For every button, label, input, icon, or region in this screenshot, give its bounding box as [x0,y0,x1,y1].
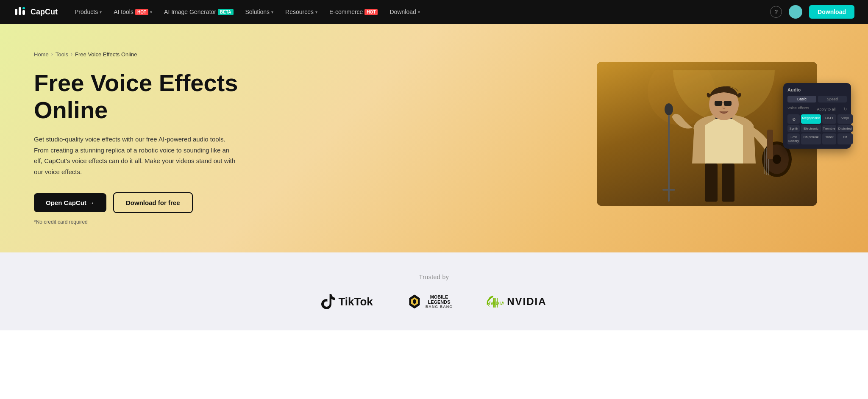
effect-elf[interactable]: Elf [837,133,853,144]
breadcrumb-home[interactable]: Home [34,51,49,58]
megaphone-label: Megaphone [802,116,820,120]
avatar[interactable] [789,5,802,19]
chipmunk-label: Chipmunk [802,135,820,139]
section-label: Voice effects [787,106,809,110]
effect-chipmunk[interactable]: Chipmunk [801,133,821,144]
navbar-right: ? Download [770,5,854,19]
svg-rect-0 [15,9,17,15]
svg-rect-1 [19,7,21,15]
trusted-logos: TikTok MOBILE LEGENDS BANG BANG [34,294,834,309]
svg-rect-14 [668,108,670,202]
electronic-label: Electronic [802,127,820,130]
refresh-icon[interactable]: ↻ [843,107,847,111]
chevron-icon: ▾ [418,10,420,14]
panel-tab-basic[interactable]: Basic [787,96,816,103]
distorted-label: Distorted [838,127,852,130]
logo[interactable]: CapCut [14,5,58,19]
hero-image-container: Audio Basic Speed Voice effects Apply to… [597,62,834,214]
effect-lofi[interactable]: Lo-Fi [822,114,836,124]
svg-rect-2 [22,10,25,15]
elf-label: Elf [838,135,852,139]
effect-synth[interactable]: Synth [787,125,800,132]
nav-item-ai-image[interactable]: AI Image Generator Beta [159,5,238,19]
navbar-download-button[interactable]: Download [809,5,854,19]
effect-vinyl[interactable]: Vinyl [837,114,853,124]
breadcrumb: Home › Tools › Free Voice Effects Online [34,51,254,58]
voice-effects-grid: ⊘ Megaphone Lo-Fi Vinyl Synth [787,114,847,144]
download-for-free-button[interactable]: Download for free [113,192,193,213]
effect-distorted[interactable]: Distorted [837,125,853,132]
nav-item-ai-tools[interactable]: AI tools Hot ▾ [108,5,157,19]
panel-tabs: Basic Speed [787,96,847,103]
trusted-section: Trusted by TikTok MOBILE LEGENDS BANG BA… [0,252,868,330]
svg-rect-16 [662,189,675,191]
chevron-icon: ▾ [315,10,317,14]
svg-rect-7 [722,163,734,202]
svg-point-15 [665,103,673,115]
tiktok-logo: TikTok [321,294,373,309]
apply-all-text: Apply to all [817,107,835,111]
logo-icon [14,5,27,19]
hot-badge: Hot [135,9,148,15]
svg-rect-3 [22,7,25,9]
breadcrumb-tools[interactable]: Tools [56,51,68,58]
nvidia-logo: NVIDIA NVIDIA [487,296,546,308]
apply-all-row: Voice effects Apply to all ↻ [787,106,847,112]
logo-text: CapCut [31,8,58,17]
open-capcut-button[interactable]: Open CapCut → [34,193,106,212]
hero-right: Audio Basic Speed Voice effects Apply to… [254,62,834,214]
beta-badge: Beta [218,9,233,15]
effect-robot[interactable]: Robot [822,133,836,144]
breadcrumb-sep-1: › [51,51,53,57]
hero-buttons: Open CapCut → Download for free [34,192,254,213]
chevron-icon: ▾ [271,10,273,14]
robot-label: Robot [823,135,835,139]
mobile-legends-logo: MOBILE LEGENDS BANG BANG [407,294,453,309]
svg-rect-12 [724,101,732,106]
svg-point-19 [773,155,781,164]
svg-rect-11 [715,101,722,106]
vinyl-label: Vinyl [838,116,852,120]
hero-left: Home › Tools › Free Voice Effects Online… [34,51,254,225]
navbar: CapCut Products ▾ AI tools Hot ▾ AI Imag… [0,0,868,24]
svg-rect-6 [705,163,718,202]
breadcrumb-current: Free Voice Effects Online [75,51,137,58]
hero-description: Get studio-quality voice effects with ou… [34,134,237,177]
no-credit-text: *No credit card required [34,219,254,225]
none-icon: ⊘ [788,116,799,122]
synth-label: Synth [788,127,799,130]
nav-items: Products ▾ AI tools Hot ▾ AI Image Gener… [70,5,770,19]
panel-header: Audio [787,87,847,92]
svg-rect-23 [767,130,773,159]
effect-low-battery[interactable]: Low Battery [787,133,800,144]
tiktok-text: TikTok [338,295,373,308]
svg-text:NVIDIA: NVIDIA [487,301,504,306]
effect-tremble[interactable]: Tremble [822,125,836,132]
help-icon[interactable]: ? [770,6,782,18]
panel-tab-speed[interactable]: Speed [818,96,847,103]
nvidia-text: NVIDIA [507,296,546,308]
low-battery-label: Low Battery [788,135,799,143]
hero-section: Home › Tools › Free Voice Effects Online… [0,24,868,252]
chevron-icon: ▾ [100,10,102,14]
nav-item-resources[interactable]: Resources ▾ [280,5,323,19]
breadcrumb-sep-2: › [71,51,72,57]
effect-electronic[interactable]: Electronic [801,125,821,132]
lofi-label: Lo-Fi [823,116,835,120]
tremble-label: Tremble [823,127,835,130]
hot-badge: Hot [364,9,378,15]
nav-item-download[interactable]: Download ▾ [384,5,425,19]
nav-item-solutions[interactable]: Solutions ▾ [240,5,279,19]
trusted-label: Trusted by [34,274,834,280]
voice-effects-panel: Audio Basic Speed Voice effects Apply to… [783,83,851,149]
effect-none[interactable]: ⊘ [787,114,800,124]
nav-item-products[interactable]: Products ▾ [70,5,107,19]
hero-title: Free Voice Effects Online [34,69,254,124]
chevron-icon: ▾ [150,10,152,14]
nav-item-ecommerce[interactable]: E-commerce Hot [324,5,383,19]
effect-megaphone[interactable]: Megaphone [801,114,821,124]
